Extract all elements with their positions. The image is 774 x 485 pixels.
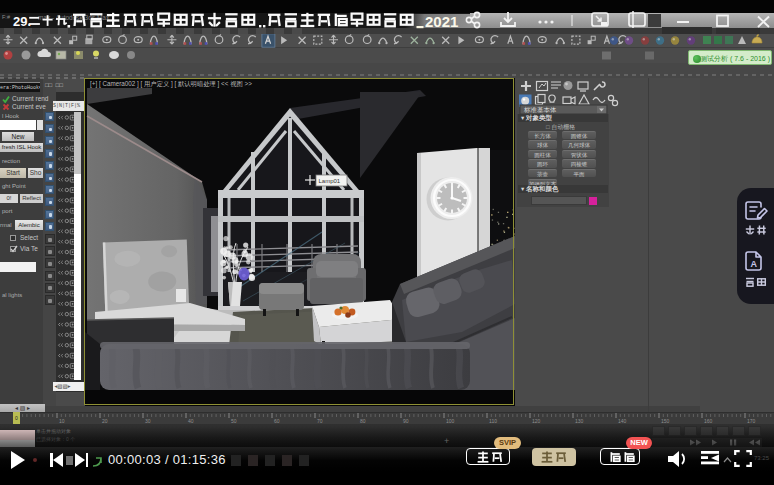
svg-text:130: 130 bbox=[575, 418, 584, 424]
svg-text:100: 100 bbox=[446, 418, 455, 424]
svg-text:[+] [ Camera002 ] [ 用户定义 ] [ 默: [+] [ Camera002 ] [ 用户定义 ] [ 默认明暗处理 ] <<… bbox=[90, 80, 252, 88]
svg-text:A: A bbox=[751, 259, 758, 269]
svg-text:Lamp01: Lamp01 bbox=[319, 178, 341, 184]
svg-text:80: 80 bbox=[360, 418, 366, 424]
svg-text:10: 10 bbox=[59, 418, 65, 424]
svg-text:70: 70 bbox=[317, 418, 323, 424]
svg-text:110: 110 bbox=[489, 418, 497, 424]
svg-text:30: 30 bbox=[145, 418, 151, 424]
svg-text:20: 20 bbox=[102, 418, 108, 424]
svg-text:120: 120 bbox=[532, 418, 541, 424]
svg-text:60: 60 bbox=[274, 418, 280, 424]
svg-text:140: 140 bbox=[618, 418, 627, 424]
svg-text:160: 160 bbox=[704, 418, 713, 424]
svg-text:50: 50 bbox=[231, 418, 237, 424]
svg-text:90: 90 bbox=[403, 418, 409, 424]
svg-text:标准基本体: 标准基本体 bbox=[523, 106, 557, 114]
svg-text:150: 150 bbox=[661, 418, 670, 424]
svg-text:170: 170 bbox=[747, 418, 756, 424]
svg-text:40: 40 bbox=[188, 418, 194, 424]
